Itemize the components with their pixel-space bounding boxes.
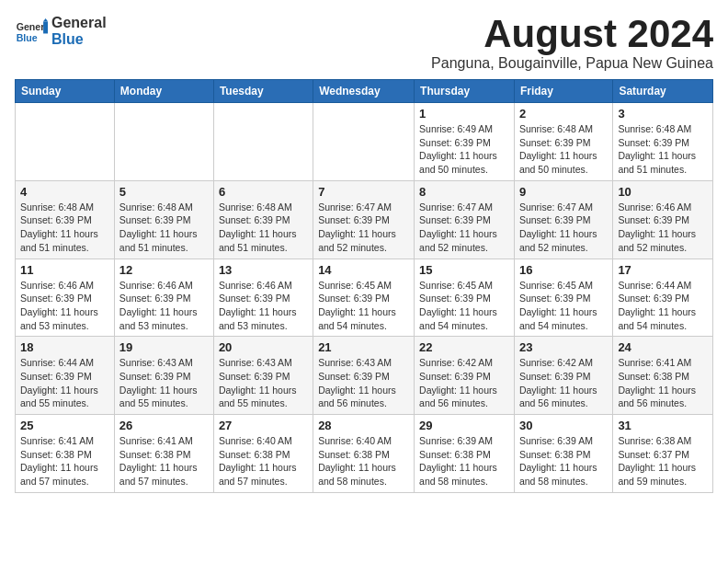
day-info: Sunrise: 6:38 AMSunset: 6:37 PMDaylight:… — [618, 434, 708, 488]
day-number: 3 — [618, 107, 708, 121]
day-number: 9 — [519, 185, 608, 199]
calendar-week-row: 1Sunrise: 6:49 AMSunset: 6:39 PMDaylight… — [16, 103, 713, 181]
day-number: 28 — [318, 419, 409, 432]
day-info: Sunrise: 6:41 AMSunset: 6:38 PMDaylight:… — [20, 434, 109, 488]
calendar-cell: 27Sunrise: 6:40 AMSunset: 6:38 PMDayligh… — [213, 415, 313, 493]
day-info: Sunrise: 6:48 AMSunset: 6:39 PMDaylight:… — [219, 201, 308, 255]
logo-icon: General Blue — [15, 18, 48, 44]
day-number: 20 — [219, 340, 308, 354]
calendar-cell: 22Sunrise: 6:42 AMSunset: 6:39 PMDayligh… — [415, 337, 515, 415]
day-info: Sunrise: 6:44 AMSunset: 6:39 PMDaylight:… — [618, 279, 708, 333]
day-header-monday: Monday — [114, 80, 213, 103]
calendar-cell: 20Sunrise: 6:43 AMSunset: 6:39 PMDayligh… — [213, 337, 313, 415]
day-info: Sunrise: 6:43 AMSunset: 6:39 PMDaylight:… — [119, 356, 209, 410]
day-info: Sunrise: 6:47 AMSunset: 6:39 PMDaylight:… — [318, 201, 409, 255]
day-number: 8 — [419, 185, 509, 199]
day-number: 24 — [618, 340, 708, 354]
month-year: August 2024 — [431, 15, 713, 53]
day-number: 22 — [419, 340, 509, 354]
day-number: 2 — [519, 107, 608, 121]
calendar-cell — [114, 103, 213, 181]
day-number: 19 — [119, 340, 209, 354]
calendar-cell: 29Sunrise: 6:39 AMSunset: 6:38 PMDayligh… — [415, 415, 515, 493]
calendar-cell: 31Sunrise: 6:38 AMSunset: 6:37 PMDayligh… — [613, 415, 713, 493]
day-number: 21 — [318, 340, 409, 354]
calendar-week-row: 4Sunrise: 6:48 AMSunset: 6:39 PMDaylight… — [16, 180, 713, 259]
calendar-cell: 12Sunrise: 6:46 AMSunset: 6:39 PMDayligh… — [114, 259, 213, 337]
calendar-cell: 3Sunrise: 6:48 AMSunset: 6:39 PMDaylight… — [613, 103, 713, 181]
day-number: 31 — [618, 419, 708, 432]
calendar-cell: 8Sunrise: 6:47 AMSunset: 6:39 PMDaylight… — [415, 180, 515, 259]
day-number: 25 — [20, 419, 109, 432]
day-info: Sunrise: 6:40 AMSunset: 6:38 PMDaylight:… — [219, 434, 308, 488]
day-header-sunday: Sunday — [16, 80, 115, 103]
day-number: 12 — [119, 263, 209, 277]
day-info: Sunrise: 6:44 AMSunset: 6:39 PMDaylight:… — [20, 356, 109, 410]
day-info: Sunrise: 6:42 AMSunset: 6:39 PMDaylight:… — [419, 356, 509, 410]
calendar-week-row: 18Sunrise: 6:44 AMSunset: 6:39 PMDayligh… — [16, 337, 713, 415]
day-number: 29 — [419, 419, 509, 432]
calendar-cell: 16Sunrise: 6:45 AMSunset: 6:39 PMDayligh… — [514, 259, 612, 337]
calendar-cell: 17Sunrise: 6:44 AMSunset: 6:39 PMDayligh… — [613, 259, 713, 337]
day-number: 23 — [519, 340, 608, 354]
logo-blue: Blue — [51, 31, 107, 48]
day-info: Sunrise: 6:46 AMSunset: 6:39 PMDaylight:… — [219, 279, 308, 333]
calendar-cell: 19Sunrise: 6:43 AMSunset: 6:39 PMDayligh… — [114, 337, 213, 415]
day-info: Sunrise: 6:40 AMSunset: 6:38 PMDaylight:… — [318, 434, 409, 488]
day-number: 26 — [119, 419, 209, 432]
day-header-thursday: Thursday — [415, 80, 515, 103]
calendar-cell: 4Sunrise: 6:48 AMSunset: 6:39 PMDaylight… — [16, 180, 115, 259]
day-number: 1 — [419, 107, 509, 121]
calendar-cell: 15Sunrise: 6:45 AMSunset: 6:39 PMDayligh… — [415, 259, 515, 337]
calendar-cell: 18Sunrise: 6:44 AMSunset: 6:39 PMDayligh… — [16, 337, 115, 415]
day-info: Sunrise: 6:43 AMSunset: 6:39 PMDaylight:… — [219, 356, 308, 410]
day-info: Sunrise: 6:41 AMSunset: 6:38 PMDaylight:… — [618, 356, 708, 410]
day-info: Sunrise: 6:41 AMSunset: 6:38 PMDaylight:… — [119, 434, 209, 488]
day-number: 11 — [20, 263, 109, 277]
svg-marker-2 — [43, 21, 48, 33]
day-info: Sunrise: 6:45 AMSunset: 6:39 PMDaylight:… — [519, 279, 608, 333]
day-header-saturday: Saturday — [613, 80, 713, 103]
day-info: Sunrise: 6:48 AMSunset: 6:39 PMDaylight:… — [119, 201, 209, 255]
calendar-cell — [16, 103, 115, 181]
day-number: 16 — [519, 263, 608, 277]
day-info: Sunrise: 6:39 AMSunset: 6:38 PMDaylight:… — [419, 434, 509, 488]
calendar-cell: 21Sunrise: 6:43 AMSunset: 6:39 PMDayligh… — [313, 337, 415, 415]
day-number: 30 — [519, 419, 608, 432]
day-number: 4 — [20, 185, 109, 199]
title-area: August 2024 Panguna, Bougainville, Papua… — [431, 15, 713, 72]
day-info: Sunrise: 6:47 AMSunset: 6:39 PMDaylight:… — [519, 201, 608, 255]
calendar-cell: 26Sunrise: 6:41 AMSunset: 6:38 PMDayligh… — [114, 415, 213, 493]
day-info: Sunrise: 6:48 AMSunset: 6:39 PMDaylight:… — [618, 122, 708, 177]
day-info: Sunrise: 6:45 AMSunset: 6:39 PMDaylight:… — [419, 279, 509, 333]
svg-text:General: General — [17, 21, 48, 32]
calendar-cell: 7Sunrise: 6:47 AMSunset: 6:39 PMDaylight… — [313, 180, 415, 259]
logo-general: General — [51, 15, 107, 31]
calendar-cell: 10Sunrise: 6:46 AMSunset: 6:39 PMDayligh… — [613, 180, 713, 259]
svg-marker-3 — [43, 18, 48, 21]
logo: General Blue General Blue — [15, 15, 107, 47]
day-number: 6 — [219, 185, 308, 199]
svg-text:Blue: Blue — [17, 31, 38, 42]
calendar-cell: 1Sunrise: 6:49 AMSunset: 6:39 PMDaylight… — [415, 103, 515, 181]
calendar-cell: 23Sunrise: 6:42 AMSunset: 6:39 PMDayligh… — [514, 337, 612, 415]
calendar-cell: 25Sunrise: 6:41 AMSunset: 6:38 PMDayligh… — [16, 415, 115, 493]
calendar-cell: 6Sunrise: 6:48 AMSunset: 6:39 PMDaylight… — [213, 180, 313, 259]
calendar-week-row: 11Sunrise: 6:46 AMSunset: 6:39 PMDayligh… — [16, 259, 713, 337]
day-number: 10 — [618, 185, 708, 199]
header: General Blue General Blue August 2024 Pa… — [15, 15, 713, 72]
day-header-friday: Friday — [514, 80, 612, 103]
location: Panguna, Bougainville, Papua New Guinea — [431, 55, 713, 72]
day-info: Sunrise: 6:49 AMSunset: 6:39 PMDaylight:… — [419, 122, 509, 177]
day-number: 5 — [119, 185, 209, 199]
day-number: 18 — [20, 340, 109, 354]
day-info: Sunrise: 6:46 AMSunset: 6:39 PMDaylight:… — [119, 279, 209, 333]
day-number: 7 — [318, 185, 409, 199]
day-number: 13 — [219, 263, 308, 277]
calendar-cell: 30Sunrise: 6:39 AMSunset: 6:38 PMDayligh… — [514, 415, 612, 493]
calendar-cell — [313, 103, 415, 181]
day-info: Sunrise: 6:43 AMSunset: 6:39 PMDaylight:… — [318, 356, 409, 410]
day-number: 27 — [219, 419, 308, 432]
calendar-week-row: 25Sunrise: 6:41 AMSunset: 6:38 PMDayligh… — [16, 415, 713, 493]
calendar-cell: 9Sunrise: 6:47 AMSunset: 6:39 PMDaylight… — [514, 180, 612, 259]
